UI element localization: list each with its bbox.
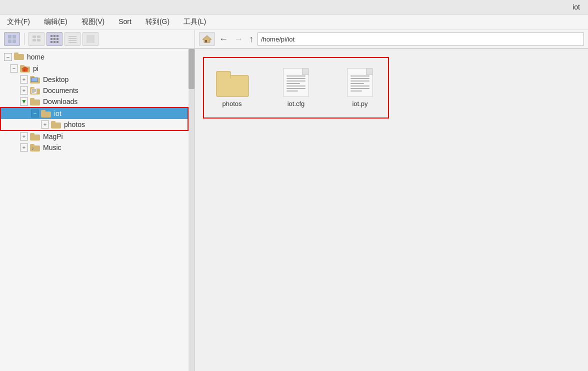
folder-iot-icon bbox=[41, 110, 51, 118]
folder-home-icon bbox=[14, 52, 24, 60]
svg-rect-30 bbox=[32, 78, 38, 82]
svg-rect-5 bbox=[32, 39, 36, 42]
svg-rect-26 bbox=[205, 40, 207, 42]
svg-rect-0 bbox=[8, 35, 12, 38]
address-bar[interactable] bbox=[258, 32, 584, 46]
svg-rect-19 bbox=[68, 40, 76, 41]
svg-rect-20 bbox=[68, 42, 76, 43]
svg-rect-7 bbox=[37, 39, 40, 42]
svg-rect-8 bbox=[50, 35, 52, 37]
file-items-row: photos bbox=[212, 66, 380, 110]
file-item-photos[interactable]: photos bbox=[212, 69, 252, 110]
svg-rect-33 bbox=[32, 90, 36, 91]
menu-sort[interactable]: Sort bbox=[116, 16, 134, 28]
svg-rect-21 bbox=[86, 36, 94, 36]
svg-rect-18 bbox=[68, 38, 76, 39]
tree-label-music: Music bbox=[43, 144, 62, 152]
file-highlight-box: photos bbox=[203, 57, 389, 118]
expand-iot[interactable]: − bbox=[31, 110, 39, 118]
documents-badge-icon bbox=[32, 88, 38, 94]
back-button[interactable]: ← bbox=[217, 33, 230, 46]
iot-group-border: − iot + photos bbox=[0, 107, 188, 131]
svg-rect-6 bbox=[37, 36, 40, 38]
folder-downloads-icon bbox=[30, 98, 40, 106]
tree-label-desktop: Desktop bbox=[43, 76, 68, 84]
expand-pi[interactable]: − bbox=[10, 64, 18, 72]
svg-rect-32 bbox=[32, 90, 36, 90]
expand-home[interactable]: − bbox=[4, 53, 12, 61]
view-btn-2[interactable] bbox=[28, 32, 44, 46]
big-file-iot-cfg-icon bbox=[283, 68, 309, 97]
music-badge-icon: ♪ bbox=[31, 145, 39, 151]
svg-rect-3 bbox=[12, 40, 16, 43]
view-btn-4[interactable] bbox=[64, 32, 80, 46]
tree-item-music[interactable]: + ♪ Music bbox=[0, 142, 188, 153]
svg-rect-13 bbox=[56, 38, 58, 40]
big-file-iot-py-icon bbox=[347, 68, 373, 97]
menu-goto[interactable]: 转到(G) bbox=[142, 16, 172, 28]
menu-file[interactable]: 文件(F) bbox=[4, 16, 33, 28]
tree-label-photos: photos bbox=[64, 120, 85, 128]
tree-item-pi[interactable]: − pi bbox=[0, 63, 188, 74]
desktop-badge-icon bbox=[31, 78, 39, 82]
scrollbar-track[interactable] bbox=[188, 49, 194, 371]
tree-item-desktop[interactable]: + Desktop bbox=[0, 74, 188, 85]
svg-rect-24 bbox=[86, 42, 94, 42]
scrollbar-thumb[interactable] bbox=[188, 49, 194, 89]
tree-list: − home − bbox=[0, 49, 194, 155]
svg-rect-22 bbox=[86, 38, 94, 38]
tree-item-photos[interactable]: + photos bbox=[1, 119, 188, 130]
file-item-label-photos: photos bbox=[222, 100, 242, 108]
view-btn-5[interactable] bbox=[82, 32, 98, 46]
view-btn-1[interactable] bbox=[4, 32, 20, 46]
sidebar-toolbar bbox=[0, 30, 195, 48]
svg-rect-1 bbox=[12, 35, 16, 38]
svg-rect-35 bbox=[32, 92, 34, 93]
window-title: iot bbox=[572, 3, 580, 11]
menu-tools[interactable]: 工具(L) bbox=[180, 16, 209, 28]
file-item-iot-py[interactable]: iot.py bbox=[340, 66, 380, 110]
tree-item-downloads[interactable]: ▼ Downloads bbox=[0, 96, 188, 107]
file-item-iot-cfg[interactable]: iot.cfg bbox=[276, 66, 316, 110]
svg-rect-11 bbox=[50, 38, 52, 40]
svg-rect-16 bbox=[56, 41, 58, 43]
svg-rect-14 bbox=[50, 41, 52, 43]
view-btn-3[interactable] bbox=[46, 32, 62, 46]
right-panel: photos bbox=[195, 49, 588, 371]
expand-downloads[interactable]: ▼ bbox=[20, 98, 28, 106]
home-button[interactable] bbox=[199, 32, 215, 46]
tree-item-home[interactable]: − home bbox=[0, 51, 188, 63]
home-badge-icon bbox=[21, 66, 29, 72]
main-container: − home − bbox=[0, 49, 588, 371]
expand-photos[interactable]: + bbox=[41, 120, 49, 128]
up-button[interactable]: ↑ bbox=[247, 33, 256, 46]
menu-view[interactable]: 视图(V) bbox=[78, 16, 108, 28]
folder-photos-icon bbox=[51, 121, 61, 128]
file-content-area: photos bbox=[195, 49, 588, 371]
tree-item-magpi[interactable]: + MagPi bbox=[0, 131, 188, 142]
svg-rect-2 bbox=[8, 40, 12, 43]
tree-item-iot[interactable]: − iot bbox=[1, 108, 188, 119]
forward-button[interactable]: → bbox=[232, 33, 245, 46]
tree-label-iot: iot bbox=[54, 110, 62, 118]
expand-desktop[interactable]: + bbox=[20, 76, 28, 84]
svg-rect-10 bbox=[56, 35, 58, 37]
svg-text:♪: ♪ bbox=[32, 146, 34, 151]
svg-rect-34 bbox=[32, 92, 36, 92]
svg-rect-9 bbox=[54, 35, 56, 37]
folder-magpi-icon bbox=[30, 133, 40, 140]
expand-music[interactable]: + bbox=[20, 144, 28, 152]
svg-rect-15 bbox=[54, 41, 56, 43]
expand-magpi[interactable]: + bbox=[20, 132, 28, 140]
tree-label-downloads: Downloads bbox=[43, 98, 78, 106]
file-item-label-iot-py: iot.py bbox=[352, 100, 368, 108]
expand-documents[interactable]: + bbox=[20, 86, 28, 94]
tree-item-documents[interactable]: + Documents bbox=[0, 85, 188, 96]
tree-label-home: home bbox=[27, 53, 44, 61]
menu-bar: 文件(F) 编辑(E) 视图(V) Sort 转到(G) 工具(L) bbox=[0, 14, 588, 30]
file-item-label-iot-cfg: iot.cfg bbox=[288, 100, 305, 108]
big-folder-photos-icon bbox=[216, 71, 248, 97]
sidebar: − home − bbox=[0, 49, 195, 371]
menu-edit[interactable]: 编辑(E) bbox=[41, 16, 70, 28]
svg-rect-17 bbox=[68, 36, 76, 37]
